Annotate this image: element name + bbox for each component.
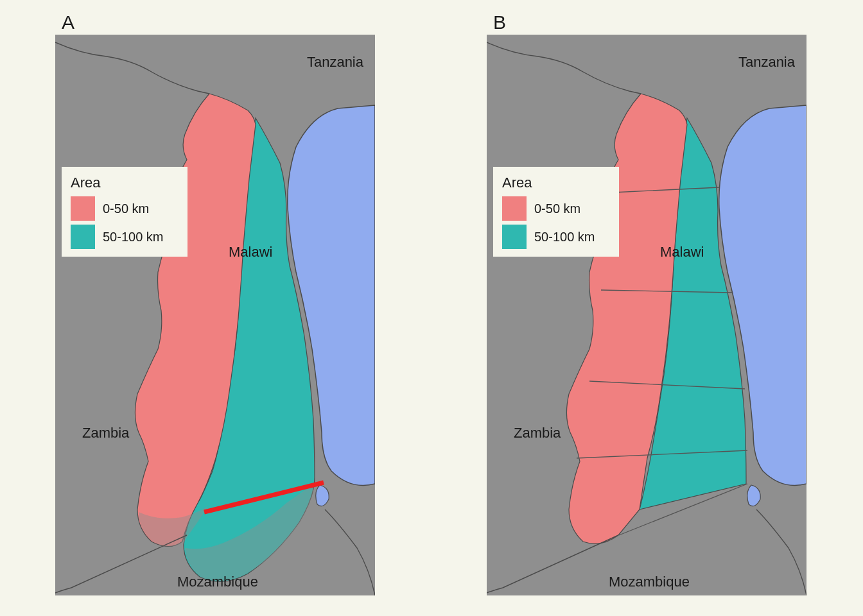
legend-row-b1: 50-100 km: [502, 225, 610, 249]
map-svg-a: [55, 35, 375, 595]
legend-row-0: 0-50 km: [71, 196, 179, 221]
border-zam-moz: [55, 535, 187, 593]
border-zam-moz-b: [487, 535, 618, 593]
panel-letter-b: B: [493, 12, 506, 33]
lake-small: [316, 485, 329, 506]
label-zambia-a: Zambia: [82, 425, 129, 441]
legend-label-b0: 0-50 km: [534, 201, 580, 216]
panel-b: B: [432, 0, 863, 616]
panel-a: A: [0, 0, 432, 616]
legend-label-1: 50-100 km: [103, 230, 164, 244]
legend-row-1: 50-100 km: [71, 225, 179, 249]
legend-b: Area 0-50 km 50-100 km: [493, 167, 619, 257]
map-b: Area 0-50 km 50-100 km Tanzania Malawi Z…: [487, 35, 806, 595]
label-mozambique-a: Mozambique: [177, 574, 258, 590]
legend-swatch-b0: [502, 196, 527, 221]
legend-row-b0: 0-50 km: [502, 196, 610, 221]
label-mozambique-b: Mozambique: [609, 574, 690, 590]
legend-label-0: 0-50 km: [103, 201, 149, 216]
border-north-b: [487, 42, 641, 94]
map-svg-b: [487, 35, 806, 595]
label-tanzania-b: Tanzania: [738, 54, 795, 71]
border-moz-east-b: [756, 509, 806, 595]
label-malawi-b: Malawi: [660, 244, 704, 261]
border-north: [55, 42, 209, 94]
label-zambia-b: Zambia: [514, 425, 561, 441]
legend-title-b: Area: [502, 175, 610, 191]
label-malawi-a: Malawi: [229, 244, 272, 261]
border-moz-east: [325, 509, 375, 595]
map-a: Area 0-50 km 50-100 km Tanzania Malawi Z…: [55, 35, 375, 595]
legend-swatch-1: [71, 225, 95, 249]
legend-swatch-b1: [502, 225, 527, 249]
panel-letter-a: A: [62, 12, 74, 33]
legend-label-b1: 50-100 km: [534, 230, 595, 244]
label-tanzania-a: Tanzania: [307, 54, 363, 71]
legend-swatch-0: [71, 196, 95, 221]
legend-a: Area 0-50 km 50-100 km: [62, 167, 187, 257]
lake-small-b: [747, 485, 760, 506]
legend-title: Area: [71, 175, 179, 191]
